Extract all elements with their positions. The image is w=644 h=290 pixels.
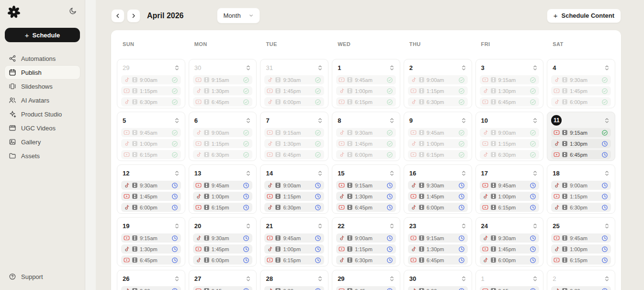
schedule-button[interactable]: + Schedule xyxy=(5,28,80,42)
expand-day-button[interactable] xyxy=(244,275,252,283)
schedule-entry[interactable]: 9:15am xyxy=(264,128,324,137)
schedule-entry[interactable]: 9:45am xyxy=(121,128,181,137)
schedule-entry[interactable]: 6:15pm xyxy=(264,255,324,265)
view-dropdown[interactable]: Month xyxy=(217,8,260,23)
schedule-entry[interactable]: 1:15pm xyxy=(408,86,468,95)
schedule-entry[interactable]: 1:15pm xyxy=(264,192,324,201)
day-cell-19[interactable]: 199:15am1:30pm6:45pm xyxy=(117,217,185,267)
schedule-entry[interactable]: 6:00pm xyxy=(264,97,324,106)
schedule-entry[interactable]: 9:15am xyxy=(336,181,396,190)
day-cell-9[interactable]: 99:45am1:00pm6:15pm xyxy=(404,112,472,161)
schedule-entry[interactable]: 6:00pm xyxy=(121,203,181,212)
day-cell-2[interactable]: 29:00am1:15pm6:30pm xyxy=(404,59,472,108)
schedule-entry[interactable]: 9:15am xyxy=(193,286,253,290)
expand-day-button[interactable] xyxy=(388,275,396,283)
schedule-entry[interactable]: 1:00pm xyxy=(121,139,181,148)
expand-day-button[interactable] xyxy=(460,116,468,125)
sidebar-item-automations[interactable]: Automations xyxy=(5,52,80,65)
schedule-entry[interactable]: 6:15pm xyxy=(551,255,611,265)
schedule-entry[interactable]: 1:30pm xyxy=(408,244,468,254)
sidebar-item-assets[interactable]: Assets xyxy=(5,149,80,162)
expand-day-button[interactable] xyxy=(603,222,611,230)
schedule-entry[interactable]: 9:30am xyxy=(480,233,540,243)
schedule-entry[interactable]: 9:15am xyxy=(480,75,540,84)
schedule-entry[interactable]: 6:30pm xyxy=(480,150,540,159)
schedule-entry[interactable]: 6:45pm xyxy=(121,255,181,265)
schedule-entry[interactable]: 6:45pm xyxy=(336,203,396,212)
expand-day-button[interactable] xyxy=(316,169,324,177)
schedule-entry[interactable]: 6:00pm xyxy=(336,150,396,159)
day-cell-1[interactable]: 19:15am xyxy=(475,270,544,290)
schedule-entry[interactable]: 1:45pm xyxy=(336,139,396,148)
schedule-entry[interactable]: 1:00pm xyxy=(336,86,396,95)
sidebar-item-gallery[interactable]: Gallery xyxy=(5,135,80,149)
expand-day-button[interactable] xyxy=(316,64,324,72)
schedule-entry[interactable]: 1:30pm xyxy=(264,139,324,148)
schedule-entry[interactable]: 9:15am xyxy=(121,233,181,243)
expand-day-button[interactable] xyxy=(531,116,539,125)
schedule-entry[interactable]: 6:45pm xyxy=(480,97,540,106)
schedule-entry[interactable]: 9:00am xyxy=(193,128,253,137)
schedule-entry[interactable]: 9:00am xyxy=(408,75,468,84)
day-cell-13[interactable]: 139:45am1:00pm6:15pm xyxy=(189,164,257,214)
schedule-entry[interactable]: 1:15pm xyxy=(121,86,181,95)
next-month-button[interactable] xyxy=(127,9,140,23)
schedule-entry[interactable]: 1:00pm xyxy=(193,192,253,201)
day-cell-21[interactable]: 219:45am1:00pm6:15pm xyxy=(260,217,328,267)
expand-day-button[interactable] xyxy=(460,169,468,177)
day-cell-18[interactable]: 189:00am1:15pm6:30pm xyxy=(547,164,615,214)
schedule-entry[interactable]: 6:45pm xyxy=(408,255,468,265)
schedule-entry[interactable]: 6:30pm xyxy=(121,97,181,106)
schedule-entry[interactable]: 9:45am xyxy=(264,233,324,243)
expand-day-button[interactable] xyxy=(173,64,181,72)
schedule-entry[interactable]: 1:15pm xyxy=(480,139,540,148)
schedule-entry[interactable]: 9:45am xyxy=(551,233,611,243)
schedule-entry[interactable]: 9:15am xyxy=(193,75,253,84)
day-cell-2[interactable]: 29:30am xyxy=(547,270,615,290)
day-cell-24[interactable]: 249:30am1:45pm6:00pm xyxy=(475,217,544,267)
schedule-entry[interactable]: 1:00pm xyxy=(264,244,324,254)
schedule-entry[interactable]: 9:00am xyxy=(408,286,468,290)
schedule-entry[interactable]: 6:15pm xyxy=(480,203,540,212)
schedule-entry[interactable]: 1:15pm xyxy=(551,192,611,201)
schedule-entry[interactable]: 9:30am xyxy=(264,75,324,84)
schedule-entry[interactable]: 9:45am xyxy=(336,286,396,290)
day-cell-4[interactable]: 49:30am1:45pm6:00pm xyxy=(547,59,615,108)
expand-day-button[interactable] xyxy=(531,275,539,283)
schedule-entry[interactable]: 6:00pm xyxy=(408,203,468,212)
expand-day-button[interactable] xyxy=(244,116,252,125)
expand-day-button[interactable] xyxy=(316,116,324,125)
schedule-entry[interactable]: 9:00am xyxy=(121,75,181,84)
schedule-entry[interactable]: 1:30pm xyxy=(193,86,253,95)
schedule-entry[interactable]: 9:30am xyxy=(551,75,611,84)
schedule-entry[interactable]: 6:30pm xyxy=(336,255,396,265)
expand-day-button[interactable] xyxy=(603,275,611,283)
schedule-entry[interactable]: 1:45pm xyxy=(264,86,324,95)
schedule-entry[interactable]: 1:30pm xyxy=(480,86,540,95)
expand-day-button[interactable] xyxy=(244,64,252,72)
expand-day-button[interactable] xyxy=(603,116,611,125)
day-cell-30[interactable]: 309:00am xyxy=(404,270,472,290)
day-cell-22[interactable]: 229:00am1:15pm6:30pm xyxy=(332,217,400,267)
schedule-entry[interactable]: 9:30am xyxy=(336,128,396,137)
schedule-entry[interactable]: 1:45pm xyxy=(480,244,540,254)
schedule-entry[interactable]: 9:15am xyxy=(408,233,468,243)
schedule-entry[interactable]: 9:45am xyxy=(480,181,540,190)
schedule-entry[interactable]: 6:15pm xyxy=(193,203,253,212)
day-cell-15[interactable]: 159:15am1:30pm6:45pm xyxy=(332,164,400,214)
schedule-entry[interactable]: 6:15pm xyxy=(121,150,181,159)
expand-day-button[interactable] xyxy=(244,222,252,230)
sidebar-item-ai-avatars[interactable]: AI Avatars xyxy=(5,93,80,107)
schedule-entry[interactable]: 1:00pm xyxy=(480,192,540,201)
day-cell-12[interactable]: 129:30am1:45pm6:00pm xyxy=(117,164,185,214)
schedule-entry[interactable]: 9:45am xyxy=(336,75,396,84)
expand-day-button[interactable] xyxy=(531,222,539,230)
schedule-entry[interactable]: 6:30pm xyxy=(551,203,611,212)
day-cell-29[interactable]: 299:45am xyxy=(332,270,400,290)
schedule-entry[interactable]: 6:30pm xyxy=(264,203,324,212)
schedule-entry[interactable]: 9:00am xyxy=(480,128,540,137)
expand-day-button[interactable] xyxy=(460,222,468,230)
schedule-entry[interactable]: 1:30pm xyxy=(121,244,181,254)
schedule-entry[interactable]: 1:45pm xyxy=(408,192,468,201)
day-cell-3[interactable]: 39:15am1:30pm6:45pm xyxy=(475,59,544,108)
